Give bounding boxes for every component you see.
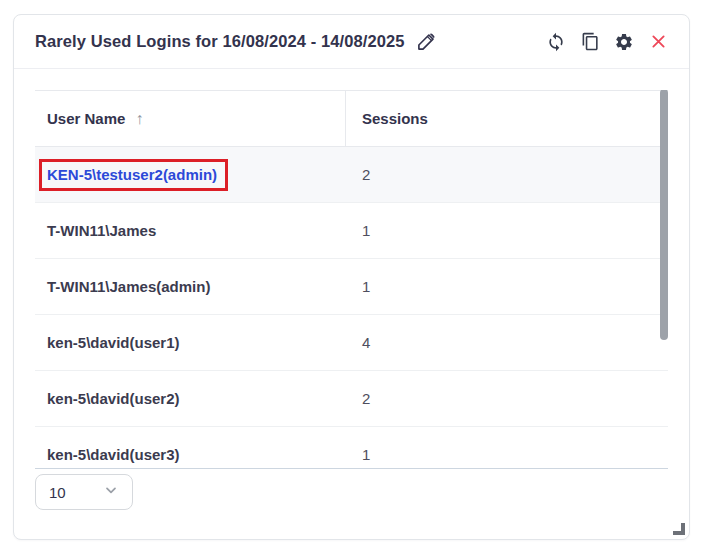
gear-icon <box>614 32 634 52</box>
table-body: KEN-5\testuser2(admin) 2 T-WIN11\James 1… <box>35 147 668 469</box>
settings-button[interactable] <box>613 31 635 53</box>
sessions-cell: 1 <box>346 222 668 239</box>
column-label: Sessions <box>362 110 428 127</box>
page-size-value: 10 <box>49 484 103 501</box>
sessions-cell: 1 <box>346 446 668 463</box>
table-row[interactable]: ken-5\david(user3) 1 <box>35 427 668 469</box>
user-name-text: ken-5\david(user3) <box>47 446 180 463</box>
widget-body: User Name ↑ Sessions KEN-5\testuser2(adm… <box>14 69 689 510</box>
table-header-row: User Name ↑ Sessions <box>35 90 668 147</box>
edit-title-button[interactable] <box>415 30 439 54</box>
pencil-icon <box>416 31 437 52</box>
table-row[interactable]: KEN-5\testuser2(admin) 2 <box>35 147 668 203</box>
table-row[interactable]: ken-5\david(user1) 4 <box>35 315 668 371</box>
column-header-user-name[interactable]: User Name ↑ <box>35 91 346 146</box>
table-row[interactable]: T-WIN11\James 1 <box>35 203 668 259</box>
sort-ascending-icon: ↑ <box>135 110 143 128</box>
logins-table: User Name ↑ Sessions KEN-5\testuser2(adm… <box>35 90 668 469</box>
sessions-cell: 1 <box>346 278 668 295</box>
user-name-cell: ken-5\david(user2) <box>35 390 346 407</box>
refresh-icon <box>546 32 566 52</box>
user-name-cell: T-WIN11\James <box>35 222 346 239</box>
sessions-cell: 2 <box>346 390 668 407</box>
close-button[interactable] <box>647 31 669 53</box>
sessions-cell: 2 <box>346 166 668 183</box>
close-icon <box>649 32 668 51</box>
table-row[interactable]: ken-5\david(user2) 2 <box>35 371 668 427</box>
user-name-text: T-WIN11\James(admin) <box>47 278 210 295</box>
table-row[interactable]: T-WIN11\James(admin) 1 <box>35 259 668 315</box>
user-name-text: ken-5\david(user2) <box>47 390 180 407</box>
resize-handle[interactable] <box>673 523 685 535</box>
sessions-cell: 4 <box>346 334 668 351</box>
chevron-down-icon <box>103 482 119 502</box>
copy-icon <box>581 32 600 51</box>
user-name-text: ken-5\david(user1) <box>47 334 180 351</box>
vertical-scrollbar-thumb[interactable] <box>660 90 668 340</box>
column-label: User Name <box>47 110 125 127</box>
user-name-cell: KEN-5\testuser2(admin) <box>35 159 346 191</box>
rarely-used-logins-widget: Rarely Used Logins for 16/08/2024 - 14/0… <box>13 14 690 540</box>
refresh-button[interactable] <box>545 31 567 53</box>
user-name-cell: ken-5\david(user3) <box>35 446 346 463</box>
widget-header: Rarely Used Logins for 16/08/2024 - 14/0… <box>14 15 689 69</box>
user-name-cell: T-WIN11\James(admin) <box>35 278 346 295</box>
user-name-text: T-WIN11\James <box>47 222 156 239</box>
column-header-sessions[interactable]: Sessions <box>346 91 668 146</box>
user-name-cell: ken-5\david(user1) <box>35 334 346 351</box>
widget-title: Rarely Used Logins for 16/08/2024 - 14/0… <box>35 32 405 51</box>
page-size-dropdown[interactable]: 10 <box>35 474 133 510</box>
user-name-text[interactable]: KEN-5\testuser2(admin) <box>39 159 228 191</box>
copy-button[interactable] <box>579 31 601 53</box>
